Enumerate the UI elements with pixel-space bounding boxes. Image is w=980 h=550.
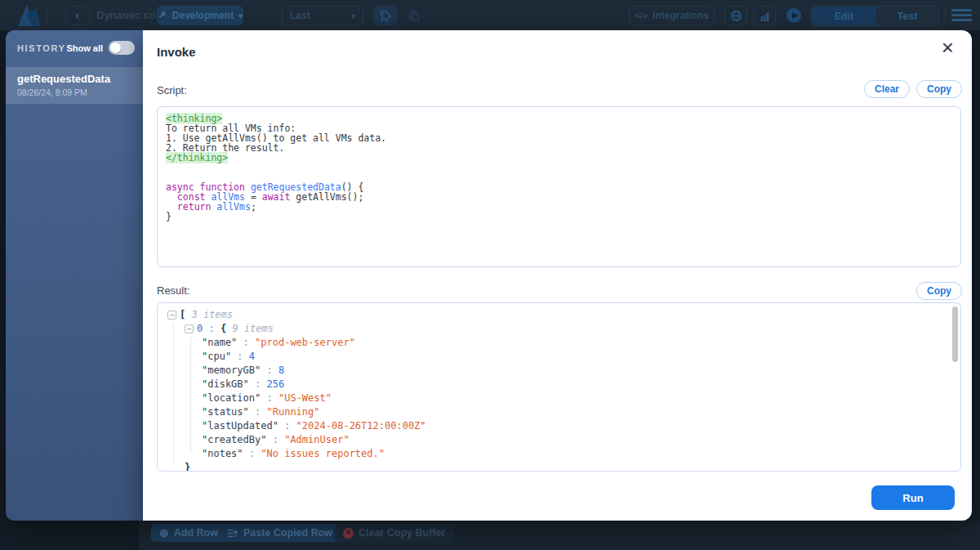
tab-edit[interactable]: Edit xyxy=(812,7,876,25)
toggle-knob xyxy=(110,42,121,53)
modal-title: Invoke xyxy=(157,45,196,59)
copy-icon xyxy=(408,10,420,21)
edit-label: Edit xyxy=(835,11,854,22)
plus-circle-icon: ⊕ xyxy=(159,526,169,539)
play-icon xyxy=(786,7,802,24)
chevron-down-icon: ▾ xyxy=(351,11,355,20)
result-scrollbar[interactable] xyxy=(952,306,958,362)
history-item-name: getRequestedData xyxy=(17,73,131,85)
add-tag-button[interactable] xyxy=(374,6,397,25)
run-button[interactable]: Run xyxy=(871,485,955,510)
clear-x-icon: × xyxy=(343,528,354,539)
paste-icon xyxy=(226,528,238,539)
collapse-toggle-icon[interactable]: − xyxy=(167,311,176,320)
clear-buffer-label: Clear Copy Buffer xyxy=(359,527,445,539)
script-code: <thinking>To return all VMs info:1. Use … xyxy=(166,114,952,221)
history-sidebar: HISTORY Show all getRequestedData 08/26/… xyxy=(6,30,143,521)
collapse-toggle-icon[interactable]: − xyxy=(185,324,194,333)
view-dropdown[interactable]: Last ▾ xyxy=(282,6,363,25)
copy-button-dim[interactable] xyxy=(403,6,425,25)
show-all-label: Show all xyxy=(66,43,103,53)
close-icon[interactable]: × xyxy=(942,37,954,58)
paste-row-label: Paste Copied Row xyxy=(243,527,332,539)
result-tree: −[ 3 items−0 : { 9 items"name" : "prod-w… xyxy=(164,308,954,472)
paste-copied-row-button[interactable]: Paste Copied Row xyxy=(218,524,341,542)
result-section-label: Result: xyxy=(157,284,189,297)
integrations-button[interactable]: </> Integrations xyxy=(629,6,715,25)
wrench-icon xyxy=(158,11,167,20)
environment-label: Development xyxy=(172,10,234,21)
script-copy-button[interactable]: Copy xyxy=(916,80,962,98)
test-label: Test xyxy=(898,11,918,22)
menu-icon[interactable] xyxy=(951,9,972,24)
tag-add-icon xyxy=(380,10,391,21)
history-header: HISTORY Show all xyxy=(6,30,143,63)
history-item-timestamp: 08/26/24, 8:09 PM xyxy=(17,87,131,97)
chevron-down-icon: ▾ xyxy=(238,11,243,20)
script-editor[interactable]: <thinking>To return all VMs info:1. Use … xyxy=(157,106,961,267)
indent-guide xyxy=(173,323,174,464)
divider xyxy=(945,7,946,24)
result-copy-button[interactable]: Copy xyxy=(916,282,962,300)
back-button[interactable]: ‹ xyxy=(65,6,90,25)
invoke-modal: Invoke × Script: Clear Copy <thinking>To… xyxy=(143,30,972,521)
back-chevron-icon: ‹ xyxy=(75,7,80,24)
globe-icon xyxy=(730,10,742,22)
bar-chart-icon xyxy=(759,10,771,22)
edit-test-segmented-control: Edit Test xyxy=(811,6,939,26)
result-viewer: −[ 3 items−0 : { 9 items"name" : "prod-w… xyxy=(157,302,961,472)
divider xyxy=(47,7,47,24)
clear-copy-buffer-button[interactable]: × Clear Copy Buffer xyxy=(335,524,453,542)
code-icon: </> xyxy=(635,11,648,20)
divider xyxy=(150,7,151,24)
history-item-selected[interactable]: getRequestedData 08/26/24, 8:09 PM xyxy=(6,67,143,104)
view-dropdown-label: Last xyxy=(290,10,310,21)
analytics-button[interactable] xyxy=(753,6,776,25)
add-row-label: Add Row xyxy=(174,527,218,539)
app-logo xyxy=(15,3,44,28)
script-clear-button[interactable]: Clear xyxy=(864,80,910,98)
indent-guide xyxy=(190,337,191,453)
run-corpus-button[interactable] xyxy=(782,6,805,25)
script-section-label: Script: xyxy=(157,84,187,96)
environment-dropdown[interactable]: Development ▾ xyxy=(157,6,243,25)
history-title: HISTORY xyxy=(17,43,66,53)
top-navigation-bar: ‹ Dynamic corpus Development ▾ Last ▾ </… xyxy=(0,0,980,30)
add-row-button[interactable]: ⊕ Add Row xyxy=(151,524,226,542)
tab-test[interactable]: Test xyxy=(876,7,938,25)
show-all-toggle[interactable] xyxy=(109,41,135,55)
globe-button[interactable] xyxy=(724,6,747,25)
integrations-label: Integrations xyxy=(653,10,709,21)
